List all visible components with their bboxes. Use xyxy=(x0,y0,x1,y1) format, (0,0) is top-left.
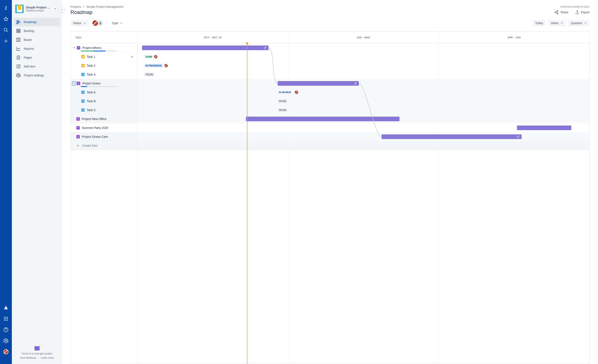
epic-row[interactable]: Project New Office xyxy=(71,115,137,123)
timeline-row[interactable]: TO DO xyxy=(138,97,589,106)
page-title: Roadmap xyxy=(70,9,92,15)
epic-bar[interactable] xyxy=(517,125,571,130)
star-icon[interactable] xyxy=(3,16,9,22)
timeline-row[interactable] xyxy=(138,43,589,52)
task-row[interactable]: Task 2 xyxy=(71,61,137,70)
chevron-down-icon xyxy=(584,22,587,25)
today-button[interactable]: Today xyxy=(533,20,546,26)
epic-row[interactable]: Project Green xyxy=(71,79,137,88)
svg-point-22 xyxy=(557,11,558,12)
idea-icon xyxy=(81,64,85,67)
help-icon[interactable] xyxy=(3,327,9,333)
epic-row[interactable]: Summer Party 2020 xyxy=(71,123,137,132)
epic-bar[interactable] xyxy=(382,134,522,139)
export-icon xyxy=(575,10,579,14)
breadcrumb-project[interactable]: Simple Project Management xyxy=(86,5,123,8)
notification-icon[interactable] xyxy=(3,305,9,311)
search-icon[interactable] xyxy=(3,27,9,33)
timeline-row[interactable]: TO DO xyxy=(138,106,589,115)
status-badge: TO DO xyxy=(144,73,154,76)
epic-row[interactable]: Project Ocean Care xyxy=(71,132,137,141)
type-filter[interactable]: Type xyxy=(110,20,124,26)
chevron-down-icon[interactable] xyxy=(72,46,76,50)
sidebar-nav: Roadmap Backlog Board Reports Pages Add … xyxy=(12,18,62,80)
timeline-column-header: JAN – MAR xyxy=(288,32,439,43)
sidebar-item-reports[interactable]: Reports xyxy=(14,44,60,53)
breadcrumb-projects[interactable]: Projects xyxy=(70,5,81,8)
timeline-row[interactable]: DONE xyxy=(138,52,589,61)
svg-rect-16 xyxy=(17,31,20,31)
jira-logo-icon[interactable] xyxy=(3,5,9,11)
chevron-down-icon[interactable] xyxy=(53,6,58,12)
epic-row[interactable]: Project Athens xyxy=(71,43,137,52)
timeline-row[interactable]: TO DO xyxy=(138,70,589,79)
avatar[interactable] xyxy=(92,20,98,26)
create-epic-button[interactable]: Create Epic xyxy=(71,141,137,150)
assignee-filter[interactable] xyxy=(92,20,103,26)
task-row[interactable]: Task A xyxy=(71,88,137,97)
timeline-row[interactable] xyxy=(138,132,589,141)
views-dropdown[interactable]: Views xyxy=(548,20,566,26)
sidebar-item-pages[interactable]: Pages xyxy=(14,53,60,62)
sidebar-item-label: Backlog xyxy=(24,29,34,33)
epic-icon xyxy=(77,82,80,85)
plus-icon[interactable] xyxy=(3,38,9,44)
learn-more-link[interactable]: Learn more xyxy=(41,356,54,359)
sidebar-item-label: Pages xyxy=(24,56,32,59)
status-filter[interactable]: Status xyxy=(70,20,89,26)
status-badge: TO DO xyxy=(278,99,288,103)
settings-icon[interactable] xyxy=(3,338,9,344)
project-avatar-icon xyxy=(15,5,24,13)
project-header[interactable]: Simple Project M... Software project xyxy=(12,0,62,18)
timeline-row[interactable]: IN PROGRESS xyxy=(138,61,589,70)
task-icon xyxy=(81,91,85,94)
folder-sparkle-icon xyxy=(34,346,40,350)
epic-icon xyxy=(76,126,80,130)
task-row[interactable]: Task B xyxy=(71,97,137,106)
sidebar-item-label: Roadmap xyxy=(24,20,37,24)
assignee-avatar[interactable] xyxy=(154,55,158,58)
svg-rect-13 xyxy=(17,22,20,23)
sidebar-item-board[interactable]: Board xyxy=(14,36,60,44)
task-name: Task 1 xyxy=(87,55,95,58)
user-avatar[interactable] xyxy=(3,349,9,355)
sidebar-item-roadmap[interactable]: Roadmap xyxy=(14,18,60,26)
chevron-down-icon[interactable] xyxy=(72,81,76,85)
svg-rect-12 xyxy=(17,21,19,21)
app-switcher-icon[interactable] xyxy=(3,316,9,322)
timeline-row[interactable] xyxy=(138,79,589,88)
sidebar-item-settings[interactable]: Project settings xyxy=(14,71,60,80)
task-row[interactable]: Task 4 xyxy=(71,70,137,79)
task-row[interactable]: Task C xyxy=(71,106,137,115)
epic-name: Summer Party 2020 xyxy=(82,126,108,130)
sidebar-item-backlog[interactable]: Backlog xyxy=(14,27,60,35)
assignee-avatar[interactable] xyxy=(164,64,168,67)
collapse-sidebar-button[interactable] xyxy=(59,7,65,12)
link-icon xyxy=(354,82,357,85)
timeline-row[interactable] xyxy=(138,123,589,132)
task-icon xyxy=(81,108,85,112)
task-row[interactable]: Task 1✓ xyxy=(71,52,137,61)
timeline-row[interactable]: IN REVIEW xyxy=(138,88,589,97)
svg-rect-4 xyxy=(4,318,5,319)
svg-rect-17 xyxy=(17,32,20,33)
project-sidebar: Simple Project M... Software project Roa… xyxy=(12,0,62,364)
assignee-avatar[interactable] xyxy=(295,91,298,94)
timeline-row[interactable] xyxy=(138,115,589,123)
epic-bar[interactable] xyxy=(142,46,268,50)
export-button[interactable]: Export xyxy=(575,10,590,14)
sidebar-item-add[interactable]: Add item xyxy=(14,62,60,71)
svg-rect-2 xyxy=(6,317,6,318)
status-badge: TO DO xyxy=(278,108,288,112)
svg-point-0 xyxy=(4,28,7,31)
epic-bar[interactable] xyxy=(246,117,399,121)
quarters-dropdown[interactable]: Quarters xyxy=(568,20,590,26)
progress-bar xyxy=(81,50,117,51)
task-name: Task 4 xyxy=(87,73,95,76)
give-feedback-link[interactable]: Give feedback xyxy=(20,356,36,359)
status-badge: DONE xyxy=(144,55,154,59)
share-button[interactable]: Share xyxy=(554,10,568,14)
epic-bar[interactable] xyxy=(278,81,359,86)
svg-rect-3 xyxy=(7,317,8,318)
roadmap-timeline[interactable]: OCT – DEC '19JAN – MARAPR – JUN DONEIN P… xyxy=(138,32,589,364)
